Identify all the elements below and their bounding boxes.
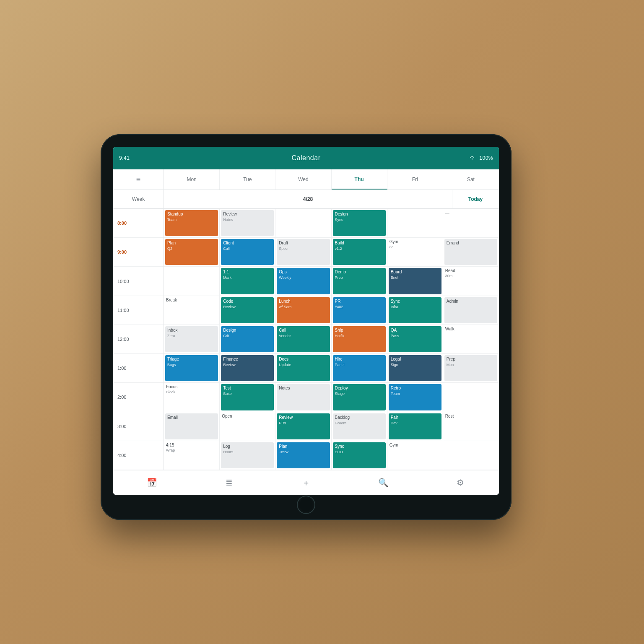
calendar-cell[interactable]: PlanQ2 [164,238,220,267]
tab-sat[interactable]: Sat [443,169,499,190]
event-block[interactable]: CallVendor [277,326,330,352]
calendar-cell[interactable]: ReviewNotes [220,209,275,238]
event-block[interactable]: PlanTmrw [277,442,330,468]
calendar-cell[interactable]: — [443,209,499,238]
calendar-cell[interactable]: ClientCall [220,238,275,267]
event-block[interactable]: LegalSign [389,355,441,381]
tab-tue[interactable]: Tue [220,169,275,190]
event-block[interactable]: TriageBugs [165,355,218,381]
event-block[interactable]: DraftSpec [277,239,330,265]
event-block[interactable]: DesignSync [333,210,386,236]
event-block[interactable]: ShipHotfix [333,326,386,352]
event-block[interactable]: PlanQ2 [165,239,218,265]
calendar-cell[interactable]: DraftSpec [275,238,331,267]
event-block[interactable]: DesignCrit [221,326,274,352]
search-icon[interactable]: 🔍 [377,477,389,488]
calendar-cell[interactable]: OpsWeekly [275,267,331,296]
calendar-cell[interactable] [164,267,220,296]
tab-mon[interactable]: Mon [164,169,220,190]
calendar-cell[interactable]: PrepMon [443,354,499,383]
event-block[interactable]: Admin [444,297,497,323]
event-block[interactable]: RetroTeam [389,384,441,410]
calendar-cell[interactable]: Read30m [443,267,499,296]
event-block[interactable]: InboxZero [165,326,218,352]
tab-fri[interactable]: Fri [387,169,443,190]
tab-thu[interactable]: Thu [332,169,387,190]
event-block[interactable]: ReviewPRs [277,413,330,439]
calendar-cell[interactable]: StandupTeam [164,209,220,238]
calendar-cell[interactable] [443,383,499,412]
calendar-cell[interactable]: DeployStage [332,383,387,412]
calendar-cell[interactable]: DesignSync [332,209,387,238]
calendar-cell[interactable]: BacklogGroom [332,412,387,441]
event-block[interactable]: FinanceReview [221,355,274,381]
calendar-cell[interactable]: 4:15Wrap [164,441,220,470]
calendar-cell[interactable]: PairDev [387,412,443,441]
event-block[interactable]: Buildv1.2 [333,239,386,265]
calendar-cell[interactable]: DocsUpdate [275,354,331,383]
today-button[interactable]: Today [452,190,499,208]
calendar-cell[interactable]: LegalSign [387,354,443,383]
calendar-cell[interactable]: PlanTmrw [275,441,331,470]
calendar-cell[interactable] [275,209,331,238]
event-block[interactable]: BacklogGroom [333,413,386,439]
calendar-cell[interactable]: DesignCrit [220,325,275,354]
event-block[interactable]: OpsWeekly [277,268,330,294]
event-block[interactable]: LogHours [221,442,274,468]
event-block[interactable]: SyncInfra [389,297,441,323]
calendar-cell[interactable]: Gym8a [387,238,443,267]
calendar-cell[interactable] [387,209,443,238]
calendar-cell[interactable]: RetroTeam [387,383,443,412]
event-block[interactable]: Notes [277,384,330,410]
event-block[interactable]: SyncEOD [333,442,386,468]
settings-icon[interactable]: ⚙ [454,477,466,488]
event-block[interactable]: PrepMon [444,355,497,381]
event-block[interactable]: ReviewNotes [221,210,274,236]
calendar-cell[interactable]: BoardBrief [387,267,443,296]
event-block[interactable]: HirePanel [333,355,386,381]
calendar-cell[interactable]: Email [164,412,220,441]
calendar-cell[interactable]: ShipHotfix [332,325,387,354]
calendar-cell[interactable]: TestSuite [220,383,275,412]
home-button[interactable] [297,496,315,514]
list-icon[interactable]: ≣ [223,477,235,488]
calendar-grid[interactable]: StandupTeamReviewNotesDesignSync—PlanQ2C… [164,209,499,470]
current-date[interactable]: 4/28 [164,190,452,208]
menu-icon[interactable]: ≡ [113,169,164,190]
calendar-cell[interactable]: Admin [443,296,499,325]
event-block[interactable]: QAPass [389,326,441,352]
calendar-icon[interactable]: 📅 [146,477,158,488]
event-block[interactable]: DemoPrep [333,268,386,294]
calendar-cell[interactable]: Notes [275,383,331,412]
event-block[interactable]: CodeReview [221,297,274,323]
calendar-cell[interactable]: Lunchw/ Sam [275,296,331,325]
event-block[interactable]: PairDev [389,413,441,439]
calendar-cell[interactable]: ReviewPRs [275,412,331,441]
event-block[interactable]: BoardBrief [389,268,441,294]
event-block[interactable]: ClientCall [221,239,274,265]
calendar-cell[interactable]: 1:1Mark [220,267,275,296]
calendar-cell[interactable]: FocusBlock [164,383,220,412]
calendar-cell[interactable]: DemoPrep [332,267,387,296]
calendar-cell[interactable]: SyncEOD [332,441,387,470]
calendar-cell[interactable]: Walk [443,325,499,354]
event-block[interactable]: TestSuite [221,384,274,410]
calendar-cell[interactable]: CodeReview [220,296,275,325]
calendar-cell[interactable]: QAPass [387,325,443,354]
event-block[interactable]: PR#482 [333,297,386,323]
calendar-cell[interactable]: Gym [387,441,443,470]
tab-wed[interactable]: Wed [275,169,331,190]
event-block[interactable]: DocsUpdate [277,355,330,381]
calendar-cell[interactable]: TriageBugs [164,354,220,383]
calendar-cell[interactable]: Buildv1.2 [332,238,387,267]
event-block[interactable]: Email [165,413,218,439]
event-block[interactable]: StandupTeam [165,210,218,236]
calendar-cell[interactable]: Errand [443,238,499,267]
calendar-cell[interactable]: CallVendor [275,325,331,354]
calendar-cell[interactable]: SyncInfra [387,296,443,325]
event-block[interactable]: Errand [444,239,497,265]
add-icon[interactable]: ＋ [300,477,312,488]
calendar-cell[interactable]: Rest [443,412,499,441]
calendar-cell[interactable]: Break [164,296,220,325]
calendar-cell[interactable]: HirePanel [332,354,387,383]
